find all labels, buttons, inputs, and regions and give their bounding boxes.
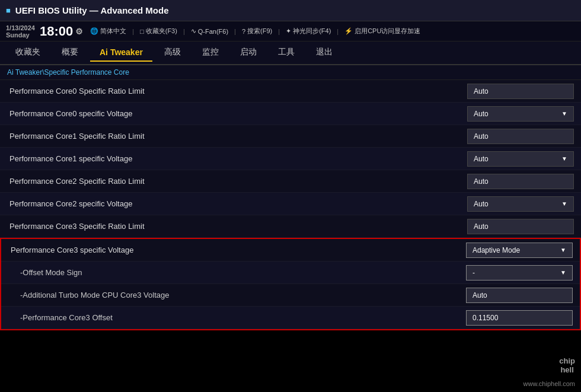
setting-row-core0-voltage: Performance Core0 specific Voltage Auto … (0, 103, 581, 125)
setting-row-offset-sign: -Offset Mode Sign - ▼ (1, 262, 580, 284)
value-box-core0-voltage[interactable]: Auto ▼ (467, 106, 574, 122)
setting-row-core3-offset: -Performance Core3 Offset 0.11500 (1, 307, 580, 329)
setting-label-turbo-voltage: -Additional Turbo Mode CPU Core3 Voltage (8, 291, 395, 299)
date-display: 1/13/2024Sunday (6, 24, 35, 39)
setting-value-core3-offset: 0.11500 (395, 310, 573, 326)
highlight-group: Performance Core3 specific Voltage Adapt… (0, 238, 581, 330)
dropdown-arrow-core1-voltage: ▼ (561, 155, 567, 162)
value-box-turbo-voltage[interactable]: Auto (466, 288, 573, 303)
favorites-item[interactable]: □ 收藏夹(F3) (140, 27, 177, 36)
setting-label-core1-ratio: Performance Core1 Specific Ratio Limit (7, 132, 396, 141)
setting-row-core0-ratio: Performance Core0 Specific Ratio Limit A… (0, 80, 581, 103)
nav-favorites[interactable]: 收藏夹 (6, 43, 50, 62)
setting-row-turbo-voltage: -Additional Turbo Mode CPU Core3 Voltage… (1, 284, 580, 307)
setting-label-core3-ratio: Performance Core3 Specific Ratio Limit (7, 222, 396, 231)
setting-value-core1-ratio: Auto (396, 129, 574, 144)
nav-monitor[interactable]: 监控 (193, 43, 228, 62)
setting-label-core0-ratio: Performance Core0 Specific Ratio Limit (7, 87, 396, 95)
value-box-core3-ratio[interactable]: Auto (467, 219, 574, 234)
setting-value-core2-voltage: Auto ▼ (396, 196, 574, 212)
setting-row-core1-voltage: Performance Core1 specific Voltage Auto … (0, 148, 581, 170)
nav-exit[interactable]: 退出 (307, 43, 342, 62)
setting-label-core3-voltage: Performance Core3 specific Voltage (8, 246, 395, 254)
cpu-access-item[interactable]: ⚡ 启用CPU访问显存加速 (344, 27, 420, 36)
dropdown-arrow-core0-voltage: ▼ (561, 110, 567, 117)
nav-tools[interactable]: 工具 (269, 43, 304, 62)
setting-value-core2-ratio: Auto (396, 174, 574, 189)
setting-label-core2-voltage: Performance Core2 specific Voltage (7, 199, 396, 208)
setting-value-offset-sign: - ▼ (395, 265, 573, 281)
value-box-core3-offset[interactable]: 0.11500 (466, 310, 573, 326)
watermark: www.chiphell.com (523, 380, 575, 387)
setting-value-core0-ratio: Auto (396, 84, 574, 99)
bios-logo: ■ (6, 6, 11, 15)
value-box-offset-sign[interactable]: - ▼ (466, 265, 573, 281)
setting-row-core3-voltage: Performance Core3 specific Voltage Adapt… (1, 239, 580, 262)
title-bar: ■ UEFI BIOS Utility — Advanced Mode (0, 0, 581, 21)
status-bar: 1/13/2024Sunday 18:00 ⚙ 🌐 简体中文 | □ 收藏夹(F… (0, 21, 581, 42)
nav-advanced[interactable]: 高级 (155, 43, 190, 62)
setting-row-core2-ratio: Performance Core2 Specific Ratio Limit A… (0, 170, 581, 193)
main-content: Performance Core0 Specific Ratio Limit A… (0, 80, 581, 330)
setting-label-core0-voltage: Performance Core0 specific Voltage (7, 109, 396, 118)
search-item[interactable]: ? 搜索(F9) (242, 27, 272, 36)
setting-value-core0-voltage: Auto ▼ (396, 106, 574, 122)
settings-gear-icon[interactable]: ⚙ (75, 27, 83, 36)
setting-value-core1-voltage: Auto ▼ (396, 151, 574, 167)
datetime-display: 1/13/2024Sunday 18:00 ⚙ (6, 24, 83, 39)
qfan-item[interactable]: ∿ Q-Fan(F6) (191, 27, 228, 35)
setting-label-core2-ratio: Performance Core2 Specific Ratio Limit (7, 177, 396, 186)
value-box-core1-voltage[interactable]: Auto ▼ (467, 151, 574, 167)
value-box-core2-voltage[interactable]: Auto ▼ (467, 196, 574, 212)
value-box-core3-voltage[interactable]: Adaptive Mode ▼ (466, 243, 573, 258)
dropdown-arrow-core2-voltage: ▼ (561, 200, 567, 207)
value-box-core2-ratio[interactable]: Auto (467, 174, 574, 189)
nav-boot[interactable]: 启动 (231, 43, 266, 62)
setting-row-core2-voltage: Performance Core2 specific Voltage Auto … (0, 193, 581, 215)
nav-overview[interactable]: 概要 (52, 43, 88, 62)
setting-label-offset-sign: -Offset Mode Sign (8, 268, 395, 277)
nav-ai-tweaker[interactable]: Ai Tweaker (90, 44, 152, 62)
setting-value-core3-ratio: Auto (396, 219, 574, 234)
status-items: 🌐 简体中文 | □ 收藏夹(F3) | ∿ Q-Fan(F6) | ? 搜索(… (90, 27, 420, 36)
setting-label-core1-voltage: Performance Core1 specific Voltage (7, 154, 396, 163)
language-item[interactable]: 🌐 简体中文 (90, 27, 126, 36)
setting-value-core3-voltage: Adaptive Mode ▼ (395, 243, 573, 258)
setting-row-core3-ratio: Performance Core3 Specific Ratio Limit A… (0, 215, 581, 238)
setting-value-turbo-voltage: Auto (395, 288, 573, 303)
setting-row-core1-ratio: Performance Core1 Specific Ratio Limit A… (0, 125, 581, 148)
dropdown-arrow-core3-voltage: ▼ (560, 247, 566, 253)
value-box-core0-ratio[interactable]: Auto (467, 84, 574, 99)
settings-table: Performance Core0 Specific Ratio Limit A… (0, 80, 581, 330)
setting-label-core3-offset: -Performance Core3 Offset (8, 313, 395, 322)
window-title: UEFI BIOS Utility — Advanced Mode (15, 5, 169, 15)
dropdown-arrow-offset-sign: ▼ (560, 269, 566, 276)
aura-item[interactable]: ✦ 神光同步(F4) (286, 27, 331, 36)
time-display: 18:00 (40, 24, 73, 39)
nav-bar: 收藏夹 概要 Ai Tweaker 高级 监控 启动 工具 退出 (0, 42, 581, 65)
value-box-core1-ratio[interactable]: Auto (467, 129, 574, 144)
breadcrumb: Ai Tweaker\Specific Performance Core (0, 65, 581, 80)
chiphell-logo: chip hell (559, 357, 575, 374)
